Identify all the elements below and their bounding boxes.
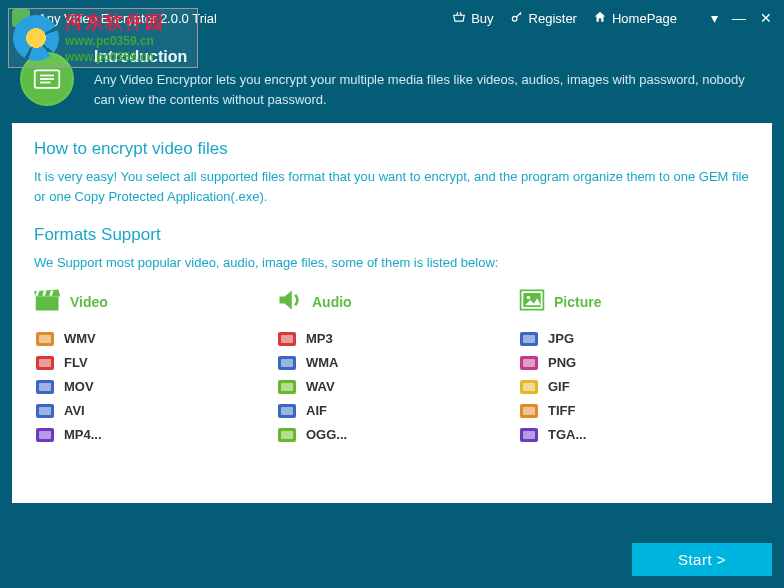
format-label: TIFF [548, 403, 575, 418]
intro-text: Introduction Any Video Encryptor lets yo… [94, 48, 760, 109]
svg-point-13 [527, 296, 531, 300]
format-label: FLV [64, 355, 88, 370]
format-label: PNG [548, 355, 576, 370]
format-item: AVI [36, 403, 266, 418]
format-item: WMA [278, 355, 508, 370]
format-item: PNG [520, 355, 750, 370]
bottom-bar: Start > [632, 543, 772, 576]
titlebar-actions: Buy Register HomePage ▾ — ✕ [452, 10, 772, 27]
homepage-label: HomePage [612, 11, 677, 26]
picture-column: Picture JPGPNGGIFTIFFTGA... [518, 287, 750, 442]
audio-header: Audio [276, 287, 508, 317]
format-label: JPG [548, 331, 574, 346]
format-label: GIF [548, 379, 570, 394]
format-icon [278, 332, 296, 346]
minimize-icon[interactable]: — [732, 10, 746, 26]
intro-icon [20, 52, 74, 106]
speaker-icon [276, 287, 304, 317]
format-icon [278, 380, 296, 394]
format-item: GIF [520, 379, 750, 394]
audio-label: Audio [312, 294, 352, 310]
key-icon [510, 10, 524, 27]
format-label: WMA [306, 355, 339, 370]
buy-link[interactable]: Buy [452, 10, 493, 27]
video-header: Video [34, 287, 266, 317]
format-label: MP4... [64, 427, 102, 442]
picture-list: JPGPNGGIFTIFFTGA... [518, 331, 750, 442]
howto-heading: How to encrypt video files [34, 139, 750, 159]
svg-rect-5 [36, 297, 59, 311]
format-icon [278, 404, 296, 418]
format-icon [520, 380, 538, 394]
format-item: JPG [520, 331, 750, 346]
picture-icon [518, 287, 546, 317]
window-controls: ▾ — ✕ [711, 10, 772, 26]
format-item: MP4... [36, 427, 266, 442]
titlebar: Any Video Encryptor 2.0.0 Trial Buy Regi… [0, 0, 784, 36]
format-icon [520, 428, 538, 442]
dropdown-icon[interactable]: ▾ [711, 10, 718, 26]
close-icon[interactable]: ✕ [760, 10, 772, 26]
format-columns: Video WMVFLVMOVAVIMP4... Audio MP3WMAWAV… [34, 287, 750, 442]
picture-header: Picture [518, 287, 750, 317]
format-item: TGA... [520, 427, 750, 442]
howto-body: It is very easy! You select all supporte… [34, 167, 750, 207]
format-icon [36, 404, 54, 418]
format-icon [36, 380, 54, 394]
format-label: WMV [64, 331, 96, 346]
register-label: Register [529, 11, 577, 26]
format-icon [278, 356, 296, 370]
audio-column: Audio MP3WMAWAVAIFOGG... [276, 287, 508, 442]
format-item: WAV [278, 379, 508, 394]
audio-list: MP3WMAWAVAIFOGG... [276, 331, 508, 442]
format-label: TGA... [548, 427, 586, 442]
register-link[interactable]: Register [510, 10, 577, 27]
format-label: MOV [64, 379, 94, 394]
video-column: Video WMVFLVMOVAVIMP4... [34, 287, 266, 442]
content-card: How to encrypt video files It is very ea… [12, 123, 772, 503]
intro-heading: Introduction [94, 48, 760, 66]
format-icon [36, 356, 54, 370]
format-icon [520, 356, 538, 370]
homepage-link[interactable]: HomePage [593, 10, 677, 27]
video-label: Video [70, 294, 108, 310]
start-button[interactable]: Start > [632, 543, 772, 576]
basket-icon [452, 10, 466, 27]
format-icon [278, 428, 296, 442]
format-label: AVI [64, 403, 85, 418]
format-item: AIF [278, 403, 508, 418]
video-list: WMVFLVMOVAVIMP4... [34, 331, 266, 442]
format-item: FLV [36, 355, 266, 370]
format-label: OGG... [306, 427, 347, 442]
format-item: MOV [36, 379, 266, 394]
format-icon [520, 404, 538, 418]
svg-point-0 [512, 16, 517, 21]
format-item: WMV [36, 331, 266, 346]
format-icon [36, 332, 54, 346]
format-item: OGG... [278, 427, 508, 442]
clapboard-icon [34, 287, 62, 317]
buy-label: Buy [471, 11, 493, 26]
format-label: AIF [306, 403, 327, 418]
app-title: Any Video Encryptor 2.0.0 Trial [38, 11, 217, 26]
format-icon [520, 332, 538, 346]
format-item: MP3 [278, 331, 508, 346]
format-item: TIFF [520, 403, 750, 418]
format-icon [36, 428, 54, 442]
format-label: WAV [306, 379, 335, 394]
formats-body: We Support most popular video, audio, im… [34, 253, 750, 273]
intro-body: Any Video Encryptor lets you encrypt you… [94, 70, 760, 109]
home-icon [593, 10, 607, 27]
picture-label: Picture [554, 294, 601, 310]
app-icon [12, 9, 30, 27]
formats-heading: Formats Support [34, 225, 750, 245]
svg-marker-10 [280, 291, 292, 310]
format-label: MP3 [306, 331, 333, 346]
intro-section: Introduction Any Video Encryptor lets yo… [0, 36, 784, 123]
